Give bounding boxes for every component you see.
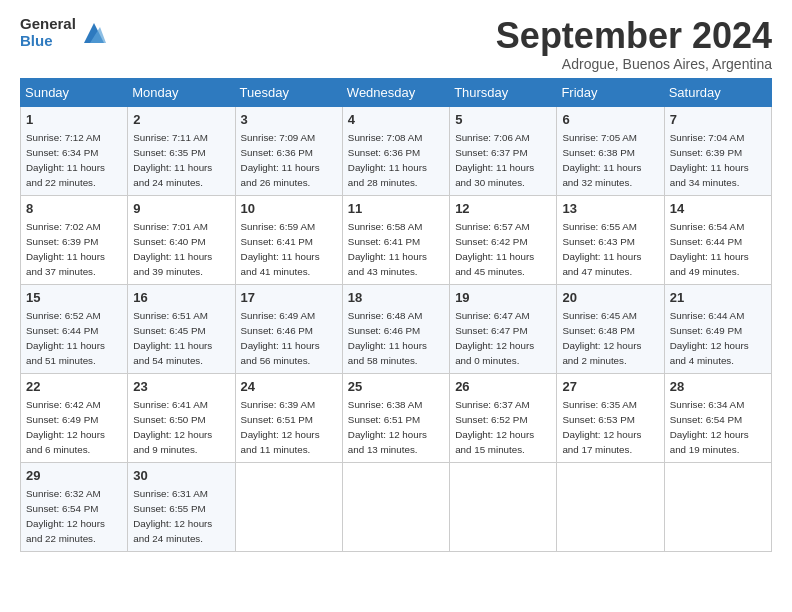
day-number: 29 <box>26 467 122 485</box>
day-number: 30 <box>133 467 229 485</box>
day-info: Sunrise: 6:55 AMSunset: 6:43 PMDaylight:… <box>562 221 641 278</box>
calendar-cell: 15 Sunrise: 6:52 AMSunset: 6:44 PMDaylig… <box>21 284 128 373</box>
calendar-cell: 9 Sunrise: 7:01 AMSunset: 6:40 PMDayligh… <box>128 195 235 284</box>
calendar-cell: 4 Sunrise: 7:08 AMSunset: 6:36 PMDayligh… <box>342 106 449 195</box>
logo-icon <box>80 19 108 47</box>
day-number: 10 <box>241 200 337 218</box>
calendar-cell <box>235 462 342 551</box>
calendar-cell: 10 Sunrise: 6:59 AMSunset: 6:41 PMDaylig… <box>235 195 342 284</box>
day-header-thursday: Thursday <box>450 78 557 106</box>
calendar-cell: 17 Sunrise: 6:49 AMSunset: 6:46 PMDaylig… <box>235 284 342 373</box>
day-info: Sunrise: 6:49 AMSunset: 6:46 PMDaylight:… <box>241 310 320 367</box>
calendar-cell: 20 Sunrise: 6:45 AMSunset: 6:48 PMDaylig… <box>557 284 664 373</box>
calendar-cell: 18 Sunrise: 6:48 AMSunset: 6:46 PMDaylig… <box>342 284 449 373</box>
day-info: Sunrise: 6:54 AMSunset: 6:44 PMDaylight:… <box>670 221 749 278</box>
day-number: 1 <box>26 111 122 129</box>
day-number: 21 <box>670 289 766 307</box>
day-number: 25 <box>348 378 444 396</box>
day-number: 3 <box>241 111 337 129</box>
day-number: 17 <box>241 289 337 307</box>
day-number: 20 <box>562 289 658 307</box>
day-info: Sunrise: 6:32 AMSunset: 6:54 PMDaylight:… <box>26 488 105 545</box>
calendar-cell: 27 Sunrise: 6:35 AMSunset: 6:53 PMDaylig… <box>557 373 664 462</box>
calendar-week-row: 22 Sunrise: 6:42 AMSunset: 6:49 PMDaylig… <box>21 373 772 462</box>
calendar-cell: 29 Sunrise: 6:32 AMSunset: 6:54 PMDaylig… <box>21 462 128 551</box>
day-number: 13 <box>562 200 658 218</box>
calendar-cell: 7 Sunrise: 7:04 AMSunset: 6:39 PMDayligh… <box>664 106 771 195</box>
day-number: 14 <box>670 200 766 218</box>
day-info: Sunrise: 6:57 AMSunset: 6:42 PMDaylight:… <box>455 221 534 278</box>
day-info: Sunrise: 6:51 AMSunset: 6:45 PMDaylight:… <box>133 310 212 367</box>
calendar-week-row: 15 Sunrise: 6:52 AMSunset: 6:44 PMDaylig… <box>21 284 772 373</box>
day-number: 28 <box>670 378 766 396</box>
day-info: Sunrise: 7:02 AMSunset: 6:39 PMDaylight:… <box>26 221 105 278</box>
day-info: Sunrise: 6:59 AMSunset: 6:41 PMDaylight:… <box>241 221 320 278</box>
day-header-monday: Monday <box>128 78 235 106</box>
day-number: 16 <box>133 289 229 307</box>
calendar-header-row: SundayMondayTuesdayWednesdayThursdayFrid… <box>21 78 772 106</box>
day-info: Sunrise: 6:41 AMSunset: 6:50 PMDaylight:… <box>133 399 212 456</box>
day-info: Sunrise: 7:09 AMSunset: 6:36 PMDaylight:… <box>241 132 320 189</box>
calendar-cell: 1 Sunrise: 7:12 AMSunset: 6:34 PMDayligh… <box>21 106 128 195</box>
day-info: Sunrise: 6:31 AMSunset: 6:55 PMDaylight:… <box>133 488 212 545</box>
calendar-week-row: 1 Sunrise: 7:12 AMSunset: 6:34 PMDayligh… <box>21 106 772 195</box>
day-number: 6 <box>562 111 658 129</box>
day-info: Sunrise: 7:11 AMSunset: 6:35 PMDaylight:… <box>133 132 212 189</box>
day-number: 19 <box>455 289 551 307</box>
calendar-cell: 14 Sunrise: 6:54 AMSunset: 6:44 PMDaylig… <box>664 195 771 284</box>
month-title: September 2024 <box>496 16 772 56</box>
day-number: 26 <box>455 378 551 396</box>
day-number: 23 <box>133 378 229 396</box>
calendar-cell: 30 Sunrise: 6:31 AMSunset: 6:55 PMDaylig… <box>128 462 235 551</box>
calendar-cell: 25 Sunrise: 6:38 AMSunset: 6:51 PMDaylig… <box>342 373 449 462</box>
day-info: Sunrise: 6:35 AMSunset: 6:53 PMDaylight:… <box>562 399 641 456</box>
logo-blue: Blue <box>20 33 76 50</box>
day-number: 18 <box>348 289 444 307</box>
calendar-table: SundayMondayTuesdayWednesdayThursdayFrid… <box>20 78 772 552</box>
day-info: Sunrise: 6:48 AMSunset: 6:46 PMDaylight:… <box>348 310 427 367</box>
day-info: Sunrise: 7:01 AMSunset: 6:40 PMDaylight:… <box>133 221 212 278</box>
calendar-cell: 12 Sunrise: 6:57 AMSunset: 6:42 PMDaylig… <box>450 195 557 284</box>
calendar-cell: 6 Sunrise: 7:05 AMSunset: 6:38 PMDayligh… <box>557 106 664 195</box>
day-info: Sunrise: 6:58 AMSunset: 6:41 PMDaylight:… <box>348 221 427 278</box>
calendar-cell: 23 Sunrise: 6:41 AMSunset: 6:50 PMDaylig… <box>128 373 235 462</box>
day-info: Sunrise: 6:38 AMSunset: 6:51 PMDaylight:… <box>348 399 427 456</box>
day-number: 5 <box>455 111 551 129</box>
calendar-cell <box>450 462 557 551</box>
title-area: September 2024 Adrogue, Buenos Aires, Ar… <box>496 16 772 72</box>
location-subtitle: Adrogue, Buenos Aires, Argentina <box>496 56 772 72</box>
day-header-wednesday: Wednesday <box>342 78 449 106</box>
day-info: Sunrise: 7:08 AMSunset: 6:36 PMDaylight:… <box>348 132 427 189</box>
day-number: 2 <box>133 111 229 129</box>
logo: General Blue <box>20 16 108 49</box>
calendar-cell: 13 Sunrise: 6:55 AMSunset: 6:43 PMDaylig… <box>557 195 664 284</box>
day-info: Sunrise: 6:44 AMSunset: 6:49 PMDaylight:… <box>670 310 749 367</box>
day-number: 15 <box>26 289 122 307</box>
calendar-cell <box>664 462 771 551</box>
day-info: Sunrise: 6:37 AMSunset: 6:52 PMDaylight:… <box>455 399 534 456</box>
day-info: Sunrise: 6:34 AMSunset: 6:54 PMDaylight:… <box>670 399 749 456</box>
day-header-friday: Friday <box>557 78 664 106</box>
calendar-cell: 8 Sunrise: 7:02 AMSunset: 6:39 PMDayligh… <box>21 195 128 284</box>
day-info: Sunrise: 7:06 AMSunset: 6:37 PMDaylight:… <box>455 132 534 189</box>
day-info: Sunrise: 6:47 AMSunset: 6:47 PMDaylight:… <box>455 310 534 367</box>
calendar-cell <box>342 462 449 551</box>
day-header-saturday: Saturday <box>664 78 771 106</box>
calendar-cell: 22 Sunrise: 6:42 AMSunset: 6:49 PMDaylig… <box>21 373 128 462</box>
day-number: 9 <box>133 200 229 218</box>
calendar-cell: 16 Sunrise: 6:51 AMSunset: 6:45 PMDaylig… <box>128 284 235 373</box>
calendar-week-row: 29 Sunrise: 6:32 AMSunset: 6:54 PMDaylig… <box>21 462 772 551</box>
day-number: 4 <box>348 111 444 129</box>
calendar-cell <box>557 462 664 551</box>
calendar-cell: 19 Sunrise: 6:47 AMSunset: 6:47 PMDaylig… <box>450 284 557 373</box>
calendar-week-row: 8 Sunrise: 7:02 AMSunset: 6:39 PMDayligh… <box>21 195 772 284</box>
day-info: Sunrise: 6:45 AMSunset: 6:48 PMDaylight:… <box>562 310 641 367</box>
day-number: 27 <box>562 378 658 396</box>
day-info: Sunrise: 6:39 AMSunset: 6:51 PMDaylight:… <box>241 399 320 456</box>
calendar-cell: 28 Sunrise: 6:34 AMSunset: 6:54 PMDaylig… <box>664 373 771 462</box>
calendar-cell: 24 Sunrise: 6:39 AMSunset: 6:51 PMDaylig… <box>235 373 342 462</box>
calendar-cell: 2 Sunrise: 7:11 AMSunset: 6:35 PMDayligh… <box>128 106 235 195</box>
day-info: Sunrise: 6:52 AMSunset: 6:44 PMDaylight:… <box>26 310 105 367</box>
day-info: Sunrise: 6:42 AMSunset: 6:49 PMDaylight:… <box>26 399 105 456</box>
calendar-cell: 3 Sunrise: 7:09 AMSunset: 6:36 PMDayligh… <box>235 106 342 195</box>
